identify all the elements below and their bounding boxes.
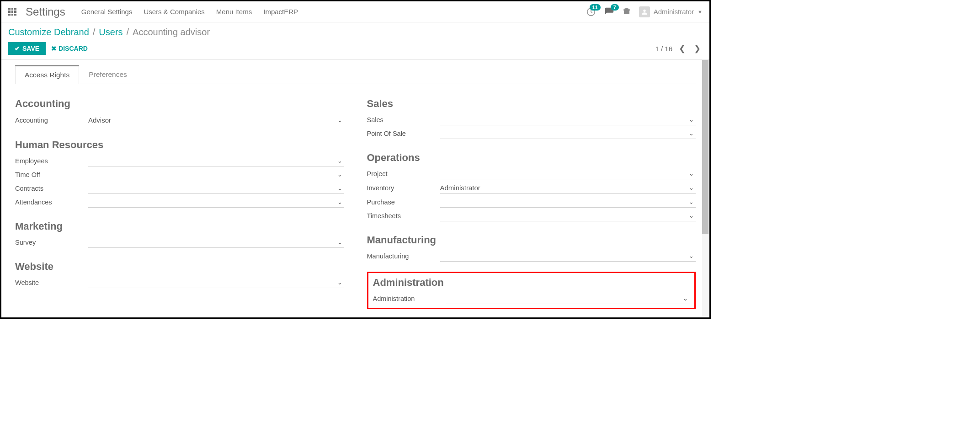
breadcrumb-users[interactable]: Users: [99, 27, 122, 38]
gift-icon[interactable]: [623, 7, 631, 17]
chevron-down-icon: ⌄: [337, 199, 344, 205]
field-label: Inventory: [367, 184, 440, 192]
breadcrumb: Customize Debrand / Users / Accounting a…: [8, 27, 703, 38]
nav-menu-items[interactable]: Menu Items: [216, 8, 252, 16]
breadcrumb-sep: /: [127, 27, 129, 38]
chevron-down-icon: ▼: [698, 9, 703, 15]
field-row: Time Off⌄: [15, 169, 344, 180]
group-human-resources: Human ResourcesEmployees⌄Time Off⌄Contra…: [15, 139, 344, 208]
chevron-down-icon: ⌄: [337, 185, 344, 192]
group-title: Sales: [367, 98, 696, 110]
group-manufacturing: ManufacturingManufacturing⌄: [367, 234, 696, 262]
svg-point-1: [643, 9, 645, 11]
field-row: Timesheets⌄: [367, 210, 696, 221]
field-label: Purchase: [367, 199, 440, 206]
group-title: Administration: [373, 277, 690, 289]
field-row: Manufacturing⌄: [367, 251, 696, 262]
nav-general-settings[interactable]: General Settings: [81, 8, 133, 16]
select-administration[interactable]: ⌄: [446, 293, 690, 304]
select-employees[interactable]: ⌄: [88, 156, 344, 166]
save-label: SAVE: [22, 45, 39, 52]
group-title: Marketing: [15, 220, 344, 232]
group-title: Human Resources: [15, 139, 344, 151]
chevron-down-icon: ⌄: [689, 212, 696, 219]
field-row: Point Of Sale⌄: [367, 128, 696, 139]
user-menu[interactable]: Administrator ▼: [639, 6, 703, 17]
field-label: Timesheets: [367, 212, 440, 220]
select-time-off[interactable]: ⌄: [88, 169, 344, 180]
chevron-down-icon: ⌄: [689, 130, 696, 137]
top-navbar: Settings General Settings Users & Compan…: [1, 1, 709, 22]
group-operations: OperationsProject⌄InventoryAdministrator…: [367, 152, 696, 221]
field-label: Manufacturing: [367, 252, 440, 260]
select-accounting[interactable]: Advisor⌄: [88, 114, 344, 126]
nav-users-companies[interactable]: Users & Companies: [144, 8, 204, 16]
right-column: SalesSales⌄Point Of Sale⌄OperationsProje…: [367, 98, 696, 316]
apps-grid-icon[interactable]: [8, 8, 16, 16]
field-label: Attendances: [15, 199, 88, 206]
field-label: Employees: [15, 157, 88, 165]
select-sales[interactable]: ⌄: [440, 114, 696, 125]
chevron-down-icon: ⌄: [689, 170, 696, 177]
select-point-of-sale[interactable]: ⌄: [440, 128, 696, 139]
discard-button[interactable]: ✖ DISCARD: [51, 45, 88, 52]
main-menu: General Settings Users & Companies Menu …: [81, 8, 586, 16]
group-title: Website: [15, 261, 344, 273]
field-row: Website⌄: [15, 277, 344, 288]
pager-prev[interactable]: ❮: [677, 43, 687, 54]
field-label: Contracts: [15, 185, 88, 192]
select-project[interactable]: ⌄: [440, 168, 696, 179]
user-name: Administrator: [654, 8, 694, 16]
field-label: Survey: [15, 239, 88, 246]
chevron-down-icon: ⌄: [689, 184, 696, 191]
pager: 1 / 16 ❮ ❯: [655, 43, 703, 54]
breadcrumb-customize-debrand[interactable]: Customize Debrand: [8, 27, 89, 38]
pager-text: 1 / 16: [655, 45, 672, 53]
select-contracts[interactable]: ⌄: [88, 183, 344, 194]
field-row: Employees⌄: [15, 156, 344, 166]
select-website[interactable]: ⌄: [88, 277, 344, 288]
close-icon: ✖: [51, 45, 57, 52]
breadcrumb-current: Accounting advisor: [133, 27, 210, 38]
select-manufacturing[interactable]: ⌄: [440, 251, 696, 262]
chevron-down-icon: ⌄: [337, 157, 344, 164]
pager-next[interactable]: ❯: [692, 43, 703, 54]
chevron-down-icon: ⌄: [689, 252, 696, 259]
user-avatar-icon: [639, 6, 650, 17]
nav-impacterp[interactable]: ImpactERP: [263, 8, 298, 16]
select-inventory[interactable]: Administrator⌄: [440, 182, 696, 194]
group-title: Manufacturing: [367, 234, 696, 246]
tab-access-rights[interactable]: Access Rights: [15, 65, 79, 84]
select-timesheets[interactable]: ⌄: [440, 210, 696, 221]
field-row: Survey⌄: [15, 237, 344, 248]
select-purchase[interactable]: ⌄: [440, 197, 696, 208]
scrollbar-thumb[interactable]: [702, 60, 708, 234]
group-title: Operations: [367, 152, 696, 164]
activity-icon[interactable]: 11: [586, 7, 596, 17]
app-title: Settings: [26, 5, 65, 18]
chevron-down-icon: ⌄: [683, 295, 690, 302]
group-sales: SalesSales⌄Point Of Sale⌄: [367, 98, 696, 139]
chevron-down-icon: ⌄: [689, 116, 696, 123]
scrollbar-track: [702, 60, 708, 316]
field-row: Sales⌄: [367, 114, 696, 125]
tab-preferences[interactable]: Preferences: [79, 65, 137, 84]
select-survey[interactable]: ⌄: [88, 237, 344, 248]
save-button[interactable]: ✔ SAVE: [8, 42, 46, 55]
activity-badge: 11: [590, 4, 601, 11]
field-row: Attendances⌄: [15, 197, 344, 208]
check-icon: ✔: [15, 45, 20, 52]
chevron-down-icon: ⌄: [337, 239, 344, 246]
chevron-down-icon: ⌄: [337, 279, 344, 286]
tabs: Access Rights Preferences: [15, 65, 696, 84]
field-row: Project⌄: [367, 168, 696, 179]
messages-icon[interactable]: 7: [604, 7, 614, 17]
group-marketing: MarketingSurvey⌄: [15, 220, 344, 248]
chevron-down-icon: ⌄: [689, 199, 696, 205]
group-administration: AdministrationAdministration⌄: [367, 272, 696, 309]
group-website: WebsiteWebsite⌄: [15, 261, 344, 288]
select-value: Advisor: [88, 116, 111, 124]
field-label: Administration: [373, 295, 446, 302]
select-attendances[interactable]: ⌄: [88, 197, 344, 208]
group-title: Accounting: [15, 98, 344, 110]
